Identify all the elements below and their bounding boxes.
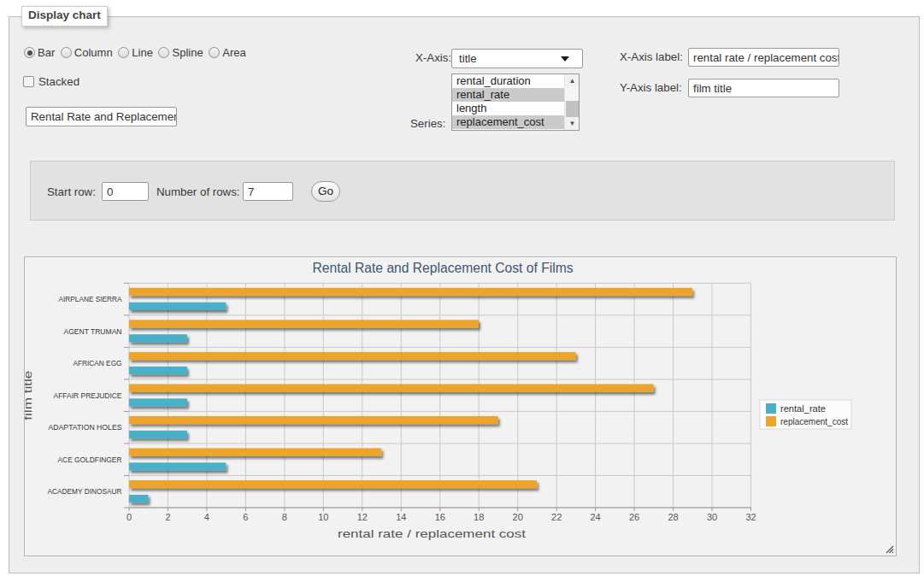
svg-text:AIRPLANE SIERRA: AIRPLANE SIERRA [59, 294, 122, 303]
svg-text:30: 30 [707, 512, 717, 522]
svg-text:2: 2 [165, 512, 170, 522]
svg-text:10: 10 [318, 512, 328, 522]
svg-text:ACADEMY DINOSAUR: ACADEMY DINOSAUR [48, 486, 122, 496]
svg-text:8: 8 [282, 512, 287, 522]
svg-text:32: 32 [745, 512, 756, 522]
svg-text:AFRICAN EGG: AFRICAN EGG [74, 358, 122, 367]
svg-text:ACE GOLDFINGER: ACE GOLDFINGER [58, 455, 122, 464]
svg-text:18: 18 [474, 512, 484, 522]
svg-text:22: 22 [551, 512, 562, 522]
svg-text:AFFAIR PREJUDICE: AFFAIR PREJUDICE [54, 391, 122, 400]
svg-text:28: 28 [668, 512, 678, 522]
svg-text:4: 4 [204, 512, 209, 522]
svg-text:16: 16 [435, 512, 445, 522]
svg-text:24: 24 [590, 512, 600, 522]
svg-text:rental rate / replacement cost: rental rate / replacement cost [338, 527, 526, 540]
svg-text:replacement_cost: replacement_cost [780, 416, 848, 426]
svg-text:0: 0 [127, 512, 132, 522]
svg-text:26: 26 [629, 512, 639, 522]
svg-text:AGENT TRUMAN: AGENT TRUMAN [64, 326, 122, 336]
svg-text:Rental Rate and Replacement Co: Rental Rate and Replacement Cost of Film… [313, 261, 574, 275]
svg-text:rental_rate: rental_rate [780, 403, 826, 414]
svg-text:film title: film title [25, 371, 34, 420]
svg-text:14: 14 [396, 512, 406, 522]
svg-text:ADAPTATION HOLES: ADAPTATION HOLES [49, 422, 122, 432]
svg-text:12: 12 [357, 512, 368, 522]
svg-text:20: 20 [513, 512, 523, 522]
svg-text:6: 6 [243, 512, 248, 522]
